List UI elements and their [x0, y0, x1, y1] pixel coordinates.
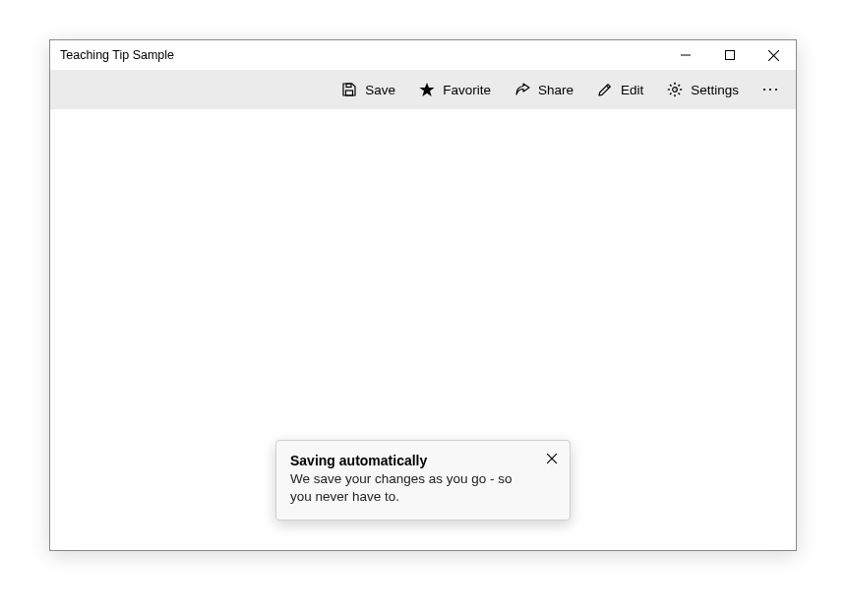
titlebar: Teaching Tip Sample [50, 40, 796, 70]
favorite-label: Favorite [443, 83, 491, 97]
minimize-icon [681, 50, 691, 60]
svg-line-14 [679, 85, 681, 87]
star-icon [419, 82, 435, 97]
svg-point-7 [673, 88, 678, 92]
teaching-tip: Saving automatically We save your change… [275, 440, 571, 521]
svg-point-17 [769, 89, 771, 91]
share-label: Share [538, 83, 574, 97]
close-icon [768, 50, 779, 61]
edit-icon [597, 82, 613, 97]
save-button[interactable]: Save [330, 70, 407, 109]
settings-button[interactable]: Settings [655, 70, 751, 109]
save-label: Save [365, 83, 395, 97]
close-button[interactable] [752, 40, 796, 70]
more-icon [762, 88, 778, 92]
svg-rect-1 [725, 51, 734, 60]
app-window: Teaching Tip Sample Save Favorite Share [49, 39, 797, 551]
edit-button[interactable]: Edit [585, 70, 655, 109]
svg-point-18 [775, 89, 777, 91]
minimize-button[interactable] [663, 40, 707, 70]
svg-line-12 [670, 85, 672, 87]
svg-line-13 [679, 93, 681, 95]
maximize-icon [725, 50, 735, 60]
svg-line-15 [670, 93, 672, 95]
tip-close-button[interactable] [544, 451, 560, 466]
svg-rect-5 [346, 84, 351, 88]
content-area: Saving automatically We save your change… [50, 109, 796, 550]
more-button[interactable] [751, 70, 790, 109]
save-icon [341, 82, 357, 97]
window-controls [663, 40, 796, 70]
favorite-button[interactable]: Favorite [407, 70, 503, 109]
svg-rect-4 [346, 91, 353, 95]
gear-icon [667, 82, 683, 97]
svg-point-16 [763, 89, 765, 91]
maximize-button[interactable] [707, 40, 752, 70]
window-title: Teaching Tip Sample [50, 48, 663, 62]
share-icon [514, 82, 530, 97]
edit-label: Edit [621, 83, 643, 97]
tip-title: Saving automatically [290, 453, 530, 468]
share-button[interactable]: Share [503, 70, 585, 109]
settings-label: Settings [691, 83, 739, 97]
tip-subtitle: We save your changes as you go - so you … [290, 470, 530, 506]
close-icon [547, 454, 557, 463]
svg-line-6 [606, 86, 608, 88]
command-bar: Save Favorite Share Edit [50, 70, 796, 109]
